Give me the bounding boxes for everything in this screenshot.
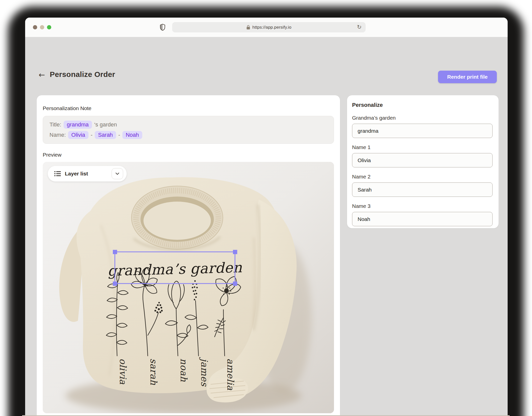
field-label-title: Grandma’s garden	[352, 115, 493, 121]
note-title-chip[interactable]: grandma	[64, 121, 92, 129]
note-separator: -	[91, 132, 92, 138]
address-bar[interactable]: https://app.persify.io ↻	[172, 22, 366, 32]
note-title-suffix: ‘s garden	[94, 121, 117, 128]
design-name-1: olivia	[118, 358, 128, 385]
layer-list-label: Layer list	[65, 171, 112, 177]
browser-topbar: https://app.persify.io ↻	[25, 18, 508, 37]
privacy-shield-icon[interactable]	[160, 24, 165, 31]
personalization-card: Personalization Note Title: grandma ‘s g…	[37, 95, 340, 416]
title-input[interactable]	[352, 124, 493, 138]
note-name-chip-2[interactable]: Sarah	[95, 131, 116, 139]
field-label-name-3: Name 3	[352, 203, 493, 209]
note-name-line: Name: Olivia - Sarah - Noah	[50, 131, 327, 139]
design-name-4: james	[199, 357, 210, 387]
refresh-icon[interactable]: ↻	[357, 24, 362, 30]
page-title: Personalize Order	[50, 70, 115, 79]
name-2-input[interactable]	[352, 182, 493, 197]
personalize-heading: Personalize	[352, 102, 493, 108]
design-name-2: sarah	[149, 358, 159, 385]
browser-window: https://app.persify.io ↻ ← Personalize O…	[25, 18, 508, 416]
name-3-input[interactable]	[352, 212, 493, 226]
note-name-chip-1[interactable]: Olivia	[68, 131, 88, 139]
design-name-5: amelia	[225, 358, 236, 390]
url-text: https://app.persify.io	[252, 25, 291, 30]
personalization-note-label: Personalization Note	[43, 105, 334, 111]
note-title-label: Title:	[50, 121, 61, 128]
lock-icon	[246, 25, 250, 30]
selection-handle-bottom-right[interactable]	[233, 282, 237, 286]
note-separator: -	[118, 132, 120, 138]
field-label-name-2: Name 2	[352, 174, 493, 180]
zoom-button[interactable]	[47, 25, 51, 29]
preview-label: Preview	[43, 152, 334, 158]
chevron-down-icon	[115, 172, 119, 175]
field-label-name-1: Name 1	[352, 144, 493, 150]
page-content: ← Personalize Order Render print file Pe…	[25, 37, 508, 416]
back-button[interactable]: ←	[39, 70, 45, 80]
render-print-file-button[interactable]: Render print file	[438, 71, 497, 83]
selection-handle-top-right[interactable]	[233, 250, 237, 254]
note-name-chip-3[interactable]: Noah	[122, 131, 142, 139]
selection-handle-top-left[interactable]	[113, 250, 117, 254]
minimize-button[interactable]	[40, 25, 44, 29]
layer-list-expand-button[interactable]	[112, 168, 123, 179]
personalize-panel: Personalize Grandma’s garden Name 1 Name…	[347, 95, 499, 228]
design-name-3: noah	[179, 358, 189, 382]
personalization-note-box: Title: grandma ‘s garden Name: Olivia - …	[43, 116, 334, 144]
selection-handle-bottom-left[interactable]	[113, 282, 117, 286]
name-1-input[interactable]	[352, 153, 493, 167]
note-title-line: Title: grandma ‘s garden	[50, 121, 327, 129]
note-name-label: Name:	[50, 132, 66, 138]
screenshot: https://app.persify.io ↻ ← Personalize O…	[0, 0, 532, 416]
sweatshirt-mockup: olivia sarah noah james amelia grandma’s…	[43, 162, 334, 413]
close-button[interactable]	[33, 25, 37, 29]
preview-canvas[interactable]: olivia sarah noah james amelia grandma’s…	[43, 162, 334, 413]
list-icon	[54, 171, 61, 176]
layer-list-button[interactable]: Layer list	[48, 166, 127, 181]
